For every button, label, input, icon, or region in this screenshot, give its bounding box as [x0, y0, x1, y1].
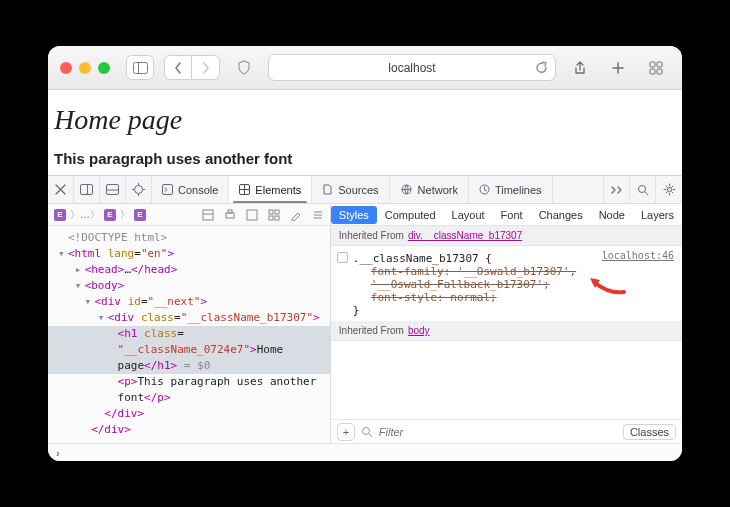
svg-rect-30 [275, 210, 279, 214]
svg-rect-29 [269, 210, 273, 214]
svg-rect-3 [657, 62, 662, 67]
svg-rect-5 [657, 69, 662, 74]
search-icon [637, 184, 649, 196]
rtab-changes[interactable]: Changes [531, 206, 591, 224]
page-heading: Home page [54, 104, 676, 136]
rtab-layers[interactable]: Layers [633, 206, 682, 224]
plus-icon [611, 61, 625, 75]
rule-source-link[interactable]: localhost:46 [602, 250, 674, 261]
dom-tree[interactable]: <!DOCTYPE html> ▾<html lang="en"> ▸<head… [48, 226, 330, 443]
styles-filter-input[interactable] [379, 426, 617, 438]
tab-elements[interactable]: Elements [229, 176, 312, 203]
gear-icon [663, 183, 676, 196]
rtab-styles[interactable]: Styles [331, 206, 377, 224]
tab-network-label: Network [418, 184, 458, 196]
chevrons-icon [610, 185, 624, 195]
traffic-lights [60, 62, 110, 74]
rtab-node[interactable]: Node [591, 206, 633, 224]
url-bar[interactable]: localhost [268, 54, 556, 81]
device-toolbar-button[interactable] [100, 176, 126, 203]
page-content: Home page This paragraph uses another fo… [48, 90, 682, 175]
console-prompt-icon: › [56, 447, 60, 459]
close-window-button[interactable] [60, 62, 72, 74]
svg-point-33 [362, 427, 369, 434]
svg-rect-2 [650, 62, 655, 67]
elements-panel: E 〉…〉 E 〉 E [48, 204, 331, 443]
forward-button[interactable] [192, 55, 220, 80]
breadcrumb[interactable]: E 〉…〉 E 〉 E [54, 208, 146, 222]
dock-side-button[interactable] [74, 176, 100, 203]
url-text: localhost [388, 61, 435, 75]
rtab-computed[interactable]: Computed [377, 206, 444, 224]
grid-icon[interactable] [268, 209, 280, 221]
breadcrumb-bar: E 〉…〉 E 〉 E [48, 204, 330, 226]
new-rule-button[interactable]: + [337, 423, 355, 441]
svg-rect-6 [81, 185, 93, 195]
sidebar-icon [133, 62, 148, 74]
brush-icon[interactable] [290, 209, 302, 221]
rule-checkbox[interactable] [337, 252, 348, 263]
inherited-body[interactable]: body [408, 325, 430, 336]
devtools-body: E 〉…〉 E 〉 E [48, 204, 682, 443]
page-paragraph: This paragraph uses another font [54, 150, 676, 167]
tab-overview-button[interactable] [642, 55, 670, 80]
shield-icon [237, 60, 251, 76]
more-tabs-button[interactable] [604, 176, 630, 203]
tab-console[interactable]: Console [152, 176, 229, 203]
crumb-chip-icon: E [54, 209, 66, 221]
settings-button[interactable] [656, 176, 682, 203]
styles-filter-bar: + Classes [331, 419, 682, 443]
search-button[interactable] [630, 176, 656, 203]
css-rule[interactable]: .__className_b17307 { localhost:46 font-… [331, 246, 682, 321]
list-icon[interactable] [312, 209, 324, 221]
svg-rect-26 [226, 213, 234, 218]
svg-point-21 [638, 185, 645, 192]
svg-rect-4 [650, 69, 655, 74]
inherited-from-body-bar: Inherited From body [331, 321, 682, 341]
devtools-toolbar: Console Elements Sources Network Timelin… [48, 176, 682, 204]
elements-icon [239, 184, 250, 195]
tab-timelines-label: Timelines [495, 184, 542, 196]
rtab-font[interactable]: Font [493, 206, 531, 224]
svg-rect-28 [247, 210, 257, 220]
tab-timelines[interactable]: Timelines [469, 176, 553, 203]
maximize-window-button[interactable] [98, 62, 110, 74]
minimize-window-button[interactable] [79, 62, 91, 74]
box-icon[interactable] [246, 209, 258, 221]
svg-rect-0 [133, 62, 147, 73]
svg-point-10 [135, 186, 143, 194]
rtab-layout[interactable]: Layout [444, 206, 493, 224]
console-drawer[interactable]: › [48, 443, 682, 461]
classes-toggle[interactable]: Classes [623, 424, 676, 440]
tab-network[interactable]: Network [390, 176, 469, 203]
layout-icon[interactable] [202, 209, 214, 221]
print-icon[interactable] [224, 209, 236, 221]
tab-sources[interactable]: Sources [312, 176, 389, 203]
toolbar-spacer [553, 176, 604, 203]
tab-overview-icon [649, 61, 663, 75]
back-button[interactable] [164, 55, 192, 80]
sources-icon [322, 184, 333, 195]
close-devtools-button[interactable] [48, 176, 74, 203]
new-tab-button[interactable] [604, 55, 632, 80]
tab-console-label: Console [178, 184, 218, 196]
reload-icon [535, 61, 548, 74]
svg-line-22 [645, 192, 648, 195]
target-icon [132, 183, 145, 196]
element-picker-button[interactable] [126, 176, 152, 203]
share-button[interactable] [566, 55, 594, 80]
dock-icon [80, 184, 93, 195]
arrow-icon [588, 274, 626, 296]
tree-tool-icons [202, 209, 324, 221]
sidebar-toggle-button[interactable] [126, 55, 154, 80]
annotation-arrow [588, 274, 626, 296]
titlebar: localhost [48, 46, 682, 90]
svg-line-34 [369, 434, 372, 437]
shield-button[interactable] [230, 55, 258, 80]
crumb-chip-icon: E [134, 209, 146, 221]
inherited-selector[interactable]: div.__className_b17307 [408, 230, 522, 241]
devtools: Console Elements Sources Network Timelin… [48, 175, 682, 461]
tab-sources-label: Sources [338, 184, 378, 196]
nav-buttons [164, 55, 220, 80]
reload-button[interactable] [535, 61, 548, 74]
